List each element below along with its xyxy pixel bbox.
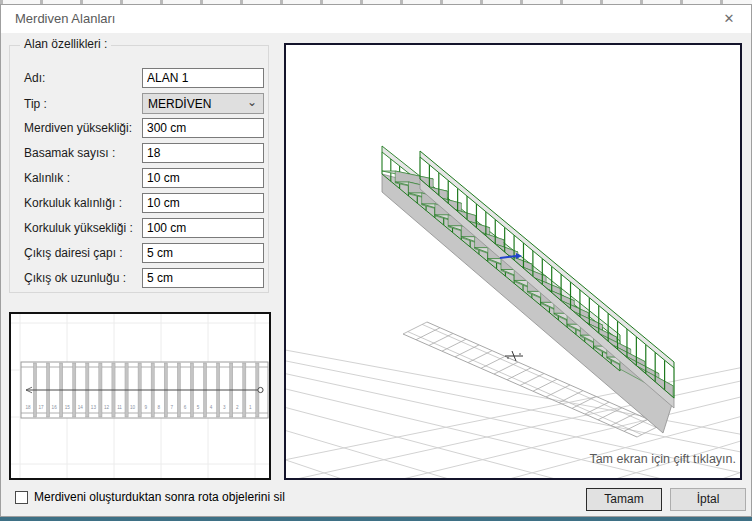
app-background-bottom [0, 517, 752, 521]
staircase-3d [382, 146, 674, 433]
label-type: Tip : [24, 97, 47, 111]
preview-3d-panel[interactable]: Tam ekran için çift tıklayın. [284, 43, 742, 480]
svg-text:5: 5 [197, 405, 200, 410]
label-thickness: Kalınlık : [24, 171, 70, 185]
svg-text:1: 1 [249, 405, 252, 410]
svg-text:16: 16 [52, 405, 58, 410]
dialog-title: Merdiven Alanları [15, 5, 115, 33]
svg-text:4: 4 [210, 405, 213, 410]
stair-areas-dialog: Merdiven Alanları ✕ Alan özellikleri : A… [0, 4, 752, 517]
dialog-titlebar: Merdiven Alanları ✕ [1, 5, 751, 33]
plan-preview-panel: 181716151413121110987654321 [9, 312, 271, 480]
svg-text:11: 11 [117, 405, 122, 410]
step-count-input[interactable] [142, 143, 264, 163]
svg-text:2: 2 [236, 405, 239, 410]
label-name: Adı: [24, 71, 45, 85]
label-stair-height: Merdiven yüksekliği: [24, 121, 132, 135]
delete-route-objects-label: Merdiveni oluşturduktan sonra rota objel… [34, 490, 285, 504]
svg-text:13: 13 [91, 405, 97, 410]
svg-text:12: 12 [104, 405, 110, 410]
svg-text:17: 17 [39, 405, 45, 410]
stair-3d-drawing: Tam ekran için çift tıklayın. [286, 45, 740, 478]
fullscreen-hint: Tam ekran için çift tıklayın. [589, 452, 736, 466]
svg-text:7: 7 [171, 405, 174, 410]
label-railing-height: Korkuluk yüksekliği : [24, 221, 133, 235]
svg-text:6: 6 [184, 405, 187, 410]
label-step-count: Basamak sayısı : [24, 146, 115, 160]
svg-text:10: 10 [130, 405, 136, 410]
railing-height-input[interactable] [142, 218, 264, 238]
svg-text:3: 3 [223, 405, 226, 410]
crosshair-marker [505, 351, 523, 361]
svg-text:18: 18 [25, 405, 31, 410]
stair-height-input[interactable] [142, 118, 264, 138]
type-select[interactable]: MERDİVEN ⌄ [142, 93, 264, 114]
svg-text:15: 15 [65, 405, 71, 410]
delete-route-objects-checkbox[interactable] [15, 491, 28, 504]
label-railing-thickness: Korkuluk kalınlığı : [24, 196, 122, 210]
label-exit-arrow-length: Çıkış ok uzunluğu : [24, 271, 126, 285]
cancel-button[interactable]: İptal [670, 488, 746, 511]
railing-thickness-input[interactable] [142, 193, 264, 213]
svg-text:8: 8 [158, 405, 161, 410]
close-icon[interactable]: ✕ [713, 5, 745, 33]
exit-circle-diameter-input[interactable] [142, 243, 264, 263]
exit-arrow-length-input[interactable] [142, 268, 264, 288]
svg-text:14: 14 [78, 405, 84, 410]
type-select-value: MERDİVEN [148, 97, 211, 111]
thickness-input[interactable] [142, 168, 264, 188]
name-input[interactable] [142, 68, 264, 88]
area-properties-group: Alan özellikleri : Adı: Tip : MERDİVEN ⌄… [9, 45, 269, 293]
svg-text:9: 9 [144, 405, 147, 410]
group-label: Alan özellikleri : [20, 37, 111, 51]
chevron-down-icon: ⌄ [247, 95, 257, 109]
ok-button[interactable]: Tamam [586, 488, 662, 511]
stair-plan-drawing: 181716151413121110987654321 [11, 314, 269, 478]
label-exit-circle-diameter: Çıkış dairesi çapı : [24, 246, 123, 260]
